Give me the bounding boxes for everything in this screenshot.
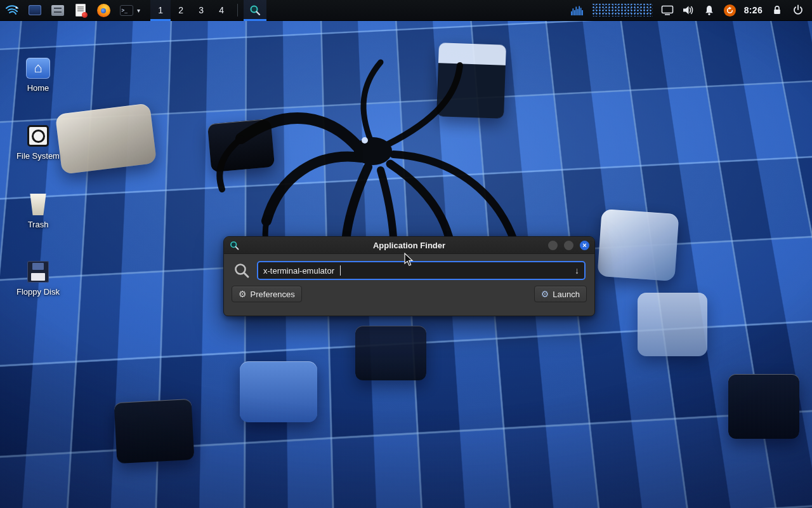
workspace-1[interactable]: 1 (150, 0, 171, 21)
preferences-button[interactable]: ⚙ Preferences (232, 286, 302, 302)
show-desktop-icon[interactable] (27, 2, 43, 18)
floppy-disk-icon (27, 261, 49, 283)
maximize-button[interactable] (564, 241, 573, 250)
network-monitor-graph[interactable] (592, 4, 653, 17)
desktop-icon-file-system[interactable]: File System (5, 125, 71, 161)
lock-screen-icon[interactable] (771, 4, 783, 17)
kali-menu-icon[interactable] (4, 2, 20, 18)
desktop-icon-label: Floppy Disk (5, 287, 71, 297)
notification-bell-icon[interactable] (703, 4, 716, 17)
launch-icon: ⚙ (541, 289, 549, 299)
workspace-4[interactable]: 4 (211, 0, 232, 21)
launch-button[interactable]: ⚙ Launch (534, 286, 587, 302)
cpu-graph-icon[interactable] (571, 4, 584, 17)
window-buttons: × (548, 241, 589, 250)
terminal-dropdown-chevron-icon[interactable]: ▾ (137, 7, 140, 14)
desktop-icon-floppy-disk[interactable]: Floppy Disk (5, 261, 71, 297)
text-caret (340, 265, 341, 276)
desktop-icon-label: Home (5, 83, 71, 93)
close-button[interactable]: × (580, 241, 589, 250)
mouse-cursor (404, 253, 414, 267)
text-editor-icon[interactable] (72, 2, 89, 18)
trash-can-icon (29, 194, 48, 215)
panel-separator (237, 4, 238, 17)
top-panel: >_ ▾ 1 2 3 4 (0, 0, 812, 21)
terminal-icon[interactable]: >_ (118, 2, 134, 18)
desktop-icon-trash[interactable]: Trash (5, 194, 71, 229)
workspace-3[interactable]: 3 (191, 0, 211, 21)
terminal-prompt-glyph: >_ (120, 5, 133, 16)
desktop-icon-home[interactable]: ⌂ Home (5, 58, 71, 93)
home-icon: ⌂ (26, 58, 50, 79)
update-notifier-icon[interactable] (724, 4, 736, 17)
volume-icon[interactable] (682, 4, 695, 17)
application-finder-window: Application Finder × x-terminal-emulator… (223, 236, 595, 316)
workspace-switcher: 1 2 3 4 (150, 0, 232, 20)
panel-tray: 8:26 (571, 0, 812, 20)
desktop-icon-label: File System (5, 151, 71, 161)
search-input-value: x-terminal-emulator (263, 266, 334, 276)
clock[interactable]: 8:26 (744, 5, 763, 15)
search-icon (233, 262, 251, 279)
red-seal-icon (82, 12, 88, 18)
workspace-2[interactable]: 2 (171, 0, 191, 21)
firefox-icon[interactable] (95, 2, 112, 18)
file-system-drive-icon (27, 125, 49, 147)
search-input[interactable]: x-terminal-emulator ↓ (257, 261, 586, 280)
power-logout-icon[interactable] (792, 4, 804, 17)
entry-dropdown-arrow-icon[interactable]: ↓ (575, 265, 579, 276)
titlebar[interactable]: Application Finder × (224, 237, 594, 254)
minimize-button[interactable] (548, 241, 558, 250)
gear-icon: ⚙ (239, 289, 247, 299)
preferences-button-label: Preferences (251, 290, 295, 299)
file-manager-icon[interactable] (49, 2, 66, 18)
taskbar-application-finder-button[interactable] (244, 0, 266, 21)
launch-button-label: Launch (553, 290, 580, 299)
desktop-icon-label: Trash (5, 220, 71, 229)
app-finder-icon (249, 4, 261, 17)
window-title: Application Finder (224, 241, 594, 250)
panel-launchers: >_ ▾ (0, 0, 140, 20)
display-icon[interactable] (661, 4, 674, 17)
button-row: ⚙ Preferences ⚙ Launch (230, 286, 588, 302)
